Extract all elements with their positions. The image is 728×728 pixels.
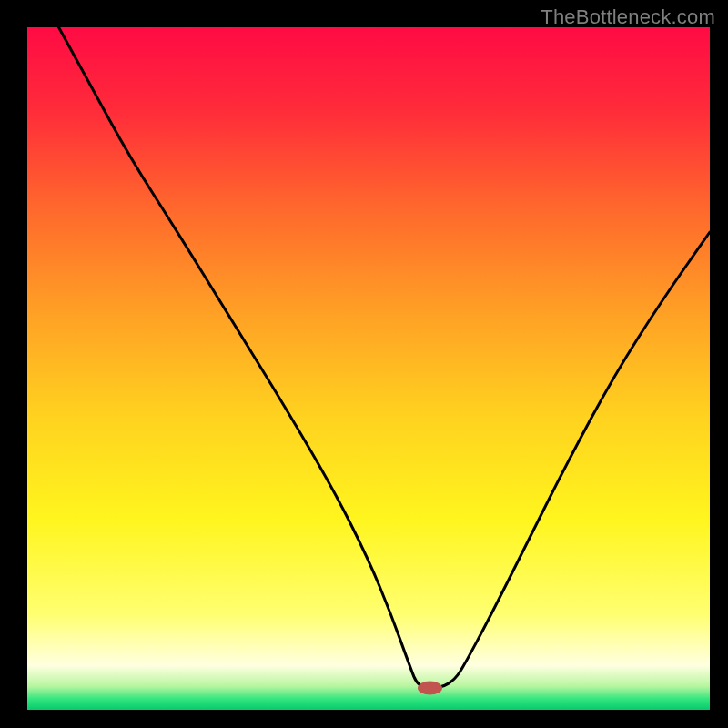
watermark-label: TheBottleneck.com <box>541 5 715 29</box>
optimum-marker <box>418 682 442 695</box>
bottleneck-chart <box>0 0 728 728</box>
gradient-background <box>27 27 710 710</box>
chart-container: TheBottleneck.com <box>0 0 728 728</box>
